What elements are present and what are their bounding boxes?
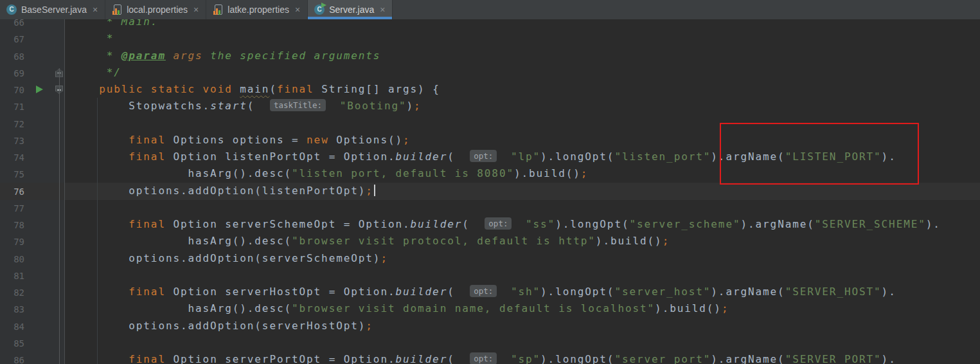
code-segment: final xyxy=(277,83,314,95)
line-number[interactable]: 75 xyxy=(0,167,24,182)
line-number[interactable]: 81 xyxy=(0,268,24,284)
line-number[interactable]: 80 xyxy=(0,251,24,267)
chart-bar-shape xyxy=(115,8,117,15)
code-segment: ; xyxy=(663,235,670,247)
code-segment xyxy=(503,286,511,298)
tab-baseserver-java[interactable]: CBaseServer.java× xyxy=(0,0,105,19)
tab-close-icon[interactable]: × xyxy=(93,5,98,15)
line-number[interactable]: 76 xyxy=(0,184,24,199)
code-segment: final xyxy=(69,218,173,230)
line-number[interactable]: 83 xyxy=(0,302,24,317)
code-text: hasArg().desc("browser visit protocol, d… xyxy=(69,233,670,250)
code-segment: the specified arguments xyxy=(203,50,381,62)
tab-server-java[interactable]: CServer.java× xyxy=(308,0,393,19)
line-number[interactable]: 77 xyxy=(0,201,24,216)
tab-local-properties[interactable]: local.properties× xyxy=(105,0,206,19)
line-number[interactable]: 85 xyxy=(0,336,24,351)
code-line[interactable]: 70 public static void main(final String[… xyxy=(0,81,980,98)
code-segment: ).longOpt( xyxy=(540,150,614,163)
code-segment: ; xyxy=(722,302,729,314)
code-segment: "SERVER_HOST" xyxy=(785,286,882,298)
code-segment: "server_host" xyxy=(614,286,711,298)
line-number[interactable]: 84 xyxy=(0,319,24,334)
code-segment: ; xyxy=(366,185,373,197)
code-segment: Options options = xyxy=(173,134,307,146)
code-segment xyxy=(503,150,511,163)
tab-label: latke.properties xyxy=(227,5,289,15)
inline-parameter-hint: opt: xyxy=(470,285,497,297)
line-number[interactable]: 74 xyxy=(0,150,24,165)
tab-close-icon[interactable]: × xyxy=(295,5,300,15)
code-segment: ; xyxy=(380,252,388,264)
code-segment: ).build() xyxy=(514,167,581,179)
code-line[interactable]: 79 hasArg().desc("browser visit protocol… xyxy=(0,233,980,250)
chart-bar-shape xyxy=(118,10,120,15)
code-segment: "server_scheme" xyxy=(629,218,740,230)
code-text: final Option serverPortOpt = Option.buil… xyxy=(69,351,896,364)
code-segment: builder xyxy=(395,150,447,163)
code-segment: * xyxy=(69,32,114,44)
indent-guide xyxy=(97,98,98,364)
code-line[interactable]: 81 xyxy=(0,267,980,284)
line-number[interactable]: 78 xyxy=(0,217,24,233)
code-segment: ) xyxy=(406,100,414,112)
code-segment: "browser visit protocol, default is http… xyxy=(292,235,596,247)
tab-close-icon[interactable]: × xyxy=(380,5,385,15)
line-number[interactable]: 67 xyxy=(0,32,24,47)
code-segment: "ss" xyxy=(526,218,555,230)
code-segment: ). xyxy=(882,353,896,364)
line-number[interactable]: 71 xyxy=(0,99,24,114)
code-line[interactable]: 83 hasArg().desc("browser visit domain n… xyxy=(0,300,980,318)
code-segment: "lp" xyxy=(511,150,540,163)
code-segment: ( xyxy=(447,286,462,298)
code-segment: options.addOption(serverHostOpt) xyxy=(69,320,366,332)
line-number[interactable]: 69 xyxy=(0,66,24,81)
code-segment: ).longOpt( xyxy=(540,353,614,364)
code-segment xyxy=(503,353,511,364)
code-segment: main xyxy=(240,83,269,95)
code-line[interactable]: 80 options.addOption(serverSchemeOpt); xyxy=(0,250,980,268)
editor[interactable]: 66 * Main.67 *68 * @param args the speci… xyxy=(0,19,980,364)
code-segment: ; xyxy=(366,320,373,332)
line-number[interactable]: 82 xyxy=(0,285,24,300)
line-number[interactable]: 70 xyxy=(0,82,24,98)
code-segment: ( xyxy=(247,100,262,112)
code-line[interactable]: 71 Stopwatchs.start( taskTitle: "Booting… xyxy=(0,98,980,115)
code-line[interactable]: 85 xyxy=(0,334,980,352)
code-segment: options.addOption(serverSchemeOpt) xyxy=(69,252,380,264)
code-segment: ( xyxy=(447,353,462,364)
code-segment: ). xyxy=(882,286,896,298)
code-text: options.addOption(serverSchemeOpt); xyxy=(69,250,388,267)
code-segment: ( xyxy=(269,83,277,95)
code-line[interactable]: 84 options.addOption(serverHostOpt); xyxy=(0,318,980,335)
run-button-icon[interactable] xyxy=(36,86,43,93)
line-number[interactable]: 79 xyxy=(0,234,24,250)
line-number[interactable]: 86 xyxy=(0,352,24,364)
line-number[interactable]: 66 xyxy=(0,19,24,30)
code-segment: ).argName( xyxy=(711,353,785,364)
tab-close-icon[interactable]: × xyxy=(193,5,199,15)
code-segment: hasArg().desc( xyxy=(69,302,292,314)
code-segment: ).longOpt( xyxy=(540,286,614,298)
code-line[interactable]: 76 options.addOption(listenPortOpt); xyxy=(0,183,980,200)
code-segment: final xyxy=(69,353,173,364)
code-line[interactable]: 68 * @param args the specified arguments xyxy=(0,48,980,65)
line-number[interactable]: 68 xyxy=(0,49,24,64)
code-line[interactable]: 67 * xyxy=(0,30,980,48)
code-segment: Options() xyxy=(329,134,403,146)
tab-latke-properties[interactable]: latke.properties× xyxy=(206,0,308,19)
code-segment: builder xyxy=(395,353,447,364)
code-segment: ).longOpt( xyxy=(555,218,629,230)
code-line[interactable]: 77 xyxy=(0,199,980,217)
code-segment: "listen port, default is 8080" xyxy=(292,167,514,179)
code-line[interactable]: 86 final Option serverPortOpt = Option.b… xyxy=(0,351,980,364)
code-line[interactable]: 69 */ xyxy=(0,64,980,82)
code-line[interactable]: 78 final Option serverSchemeOpt = Option… xyxy=(0,216,980,233)
code-segment: ( xyxy=(462,218,477,230)
code-line[interactable]: 66 * Main. xyxy=(0,19,980,31)
line-number[interactable]: 73 xyxy=(0,133,24,149)
code-segment: "listen_port" xyxy=(614,150,711,163)
line-number[interactable]: 72 xyxy=(0,116,24,132)
code-text: public static void main(final String[] a… xyxy=(69,81,440,98)
code-line[interactable]: 82 final Option serverHostOpt = Option.b… xyxy=(0,284,980,301)
